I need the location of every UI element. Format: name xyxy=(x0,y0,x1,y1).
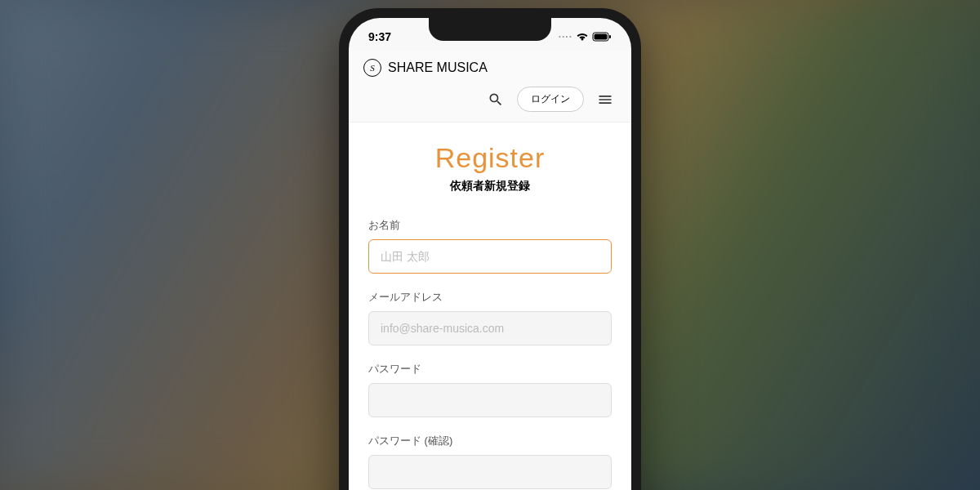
password-label: パスワード xyxy=(368,362,612,376)
phone-notch xyxy=(429,18,551,41)
email-input[interactable] xyxy=(368,311,612,345)
menu-button[interactable] xyxy=(594,88,617,111)
svg-rect-2 xyxy=(609,35,611,38)
password-confirm-label: パスワード (確認) xyxy=(368,434,612,448)
content-area: Register 依頼者新規登録 お名前 メールアドレス パスワード パスワード… xyxy=(349,122,631,490)
page-title: Register xyxy=(368,142,612,174)
form-group-password: パスワード xyxy=(368,362,612,417)
phone-screen: 9:37 S SHARE MUSICA ログイン xyxy=(349,18,631,490)
app-header: S SHARE MUSICA ログイン xyxy=(349,51,631,122)
status-time: 9:37 xyxy=(368,30,391,43)
battery-icon xyxy=(592,32,612,42)
form-group-name: お名前 xyxy=(368,218,612,274)
name-label: お名前 xyxy=(368,218,612,233)
hamburger-icon xyxy=(597,91,613,108)
password-input[interactable] xyxy=(368,383,612,417)
status-indicators xyxy=(559,31,612,42)
page-subtitle: 依頼者新規登録 xyxy=(368,179,612,194)
form-group-email: メールアドレス xyxy=(368,290,612,345)
brand[interactable]: S SHARE MUSICA xyxy=(363,59,617,77)
search-button[interactable] xyxy=(484,88,507,111)
email-label: メールアドレス xyxy=(368,290,612,305)
cellular-icon xyxy=(559,31,572,42)
wifi-icon xyxy=(576,32,589,42)
name-input[interactable] xyxy=(368,239,612,274)
phone-frame: 9:37 S SHARE MUSICA ログイン xyxy=(339,8,641,490)
search-icon xyxy=(488,91,504,108)
password-confirm-input[interactable] xyxy=(368,455,612,489)
svg-rect-1 xyxy=(595,34,608,40)
brand-text: SHARE MUSICA xyxy=(388,60,488,75)
login-button[interactable]: ログイン xyxy=(517,87,584,112)
header-actions: ログイン xyxy=(363,87,617,112)
brand-logo-icon: S xyxy=(363,59,381,77)
form-group-password-confirm: パスワード (確認) xyxy=(368,434,612,489)
